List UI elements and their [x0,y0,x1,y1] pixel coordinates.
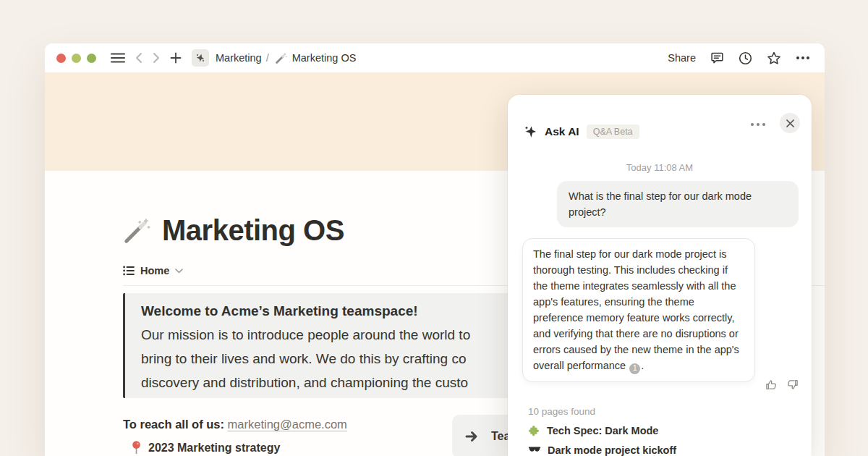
dark-glasses-icon [528,446,541,455]
tab-home-label: Home [140,265,169,276]
user-question-bubble: What is the final step for our dark mode… [557,181,799,227]
traffic-lights [56,54,96,63]
breadcrumb-team[interactable]: Marketing [216,52,262,64]
result-page-link[interactable]: Tech Spec: Dark Mode [528,424,658,436]
comment-icon[interactable] [710,48,724,67]
pinned-page-link[interactable]: 2023 Marketing strategy [132,441,280,455]
breadcrumb-page[interactable]: Marketing OS [292,52,357,64]
ellipsis-icon[interactable] [796,48,810,67]
puzzle-icon [528,424,540,436]
close-window-button[interactable] [56,54,66,63]
arrow-right-icon [465,430,481,443]
result-page-title: Tech Spec: Dark Mode [547,425,658,436]
bulleted-list-icon [123,266,135,276]
magic-wand-icon [123,217,150,245]
result-page-title: Dark mode project kickoff [548,444,676,456]
app-window: Marketing / Marketing OS Share [45,43,825,456]
panel-close-button[interactable] [780,113,800,133]
ai-answer-suffix: . [641,360,644,371]
minimize-window-button[interactable] [72,54,81,63]
ai-sparkle-badge-icon[interactable] [192,49,209,67]
contact-line: To reach all of us: marketing@acme.com [123,418,347,431]
sparkle-icon [524,125,537,139]
result-page-link[interactable]: Dark mode project kickoff [528,444,676,456]
close-icon [786,119,794,127]
forward-chevron-icon[interactable] [153,48,160,67]
citation-badge[interactable]: 1 [629,363,640,374]
magic-wand-icon [275,52,287,64]
beta-badge: Q&A Beta [587,124,639,139]
round-pushpin-icon [132,441,141,455]
zoom-window-button[interactable] [87,54,96,63]
answer-feedback [765,379,799,391]
back-chevron-icon[interactable] [135,48,142,67]
new-page-plus-icon[interactable] [170,48,182,67]
panel-ellipsis-icon[interactable] [748,120,768,129]
hamburger-icon[interactable] [111,48,125,67]
panel-title: Ask AI [545,125,579,138]
thumbs-up-icon[interactable] [765,379,778,391]
window-topbar: Marketing / Marketing OS Share [45,43,825,72]
pinned-page-label: 2023 Marketing strategy [148,442,280,455]
star-icon[interactable] [767,48,781,67]
ai-answer-text: The final step for our dark mode project… [533,248,739,371]
conversation-timestamp: Today 11:08 AM [508,162,812,173]
ask-ai-panel: Ask AI Q&A Beta Today 11:08 AM What is t… [508,95,812,456]
thumbs-down-icon[interactable] [786,379,799,391]
tab-home[interactable]: Home [123,265,183,276]
desktop-background: Marketing / Marketing OS Share [0,0,868,456]
page-title[interactable]: Marketing OS [162,214,344,247]
contact-label: To reach all of us: [123,418,228,431]
breadcrumb-separator: / [266,52,269,64]
contact-email-link[interactable]: marketing@acme.com [228,418,347,431]
share-button[interactable]: Share [668,52,696,64]
ai-answer-card: The final step for our dark mode project… [522,238,755,382]
topbar-actions: Share [668,48,810,67]
clock-icon[interactable] [739,48,752,67]
chevron-down-icon[interactable] [175,269,183,274]
pages-found-label: 10 pages found [528,406,595,417]
